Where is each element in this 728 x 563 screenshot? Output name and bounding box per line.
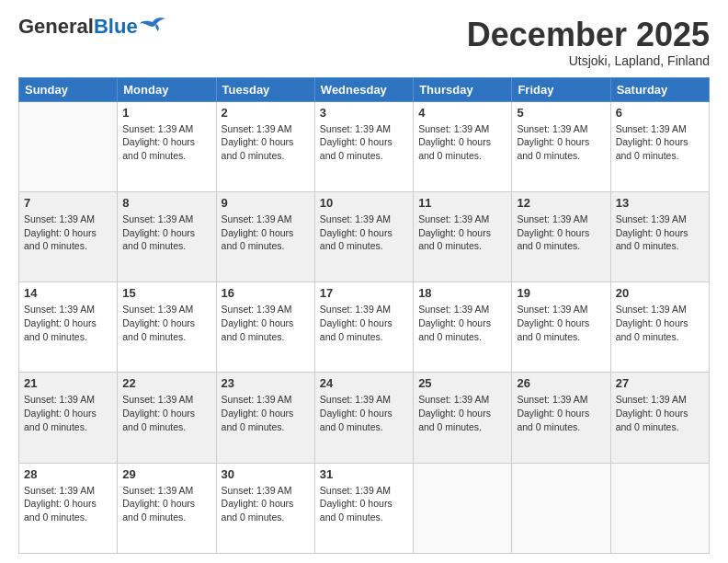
calendar-table: Sunday Monday Tuesday Wednesday Thursday…	[18, 77, 710, 554]
calendar-cell: 3Sunset: 1:39 AM Daylight: 0 hours and 0…	[314, 101, 413, 191]
calendar-cell: 21Sunset: 1:39 AM Daylight: 0 hours and …	[19, 373, 118, 463]
calendar-cell: 5Sunset: 1:39 AM Daylight: 0 hours and 0…	[512, 101, 610, 191]
day-number: 30	[222, 467, 310, 481]
day-info: Sunset: 1:39 AM Daylight: 0 hours and 0 …	[122, 303, 210, 343]
page: GeneralBlue December 2025 Utsjoki, Lapla…	[0, 0, 728, 563]
logo: GeneralBlue	[18, 17, 165, 37]
day-number: 1	[122, 106, 210, 120]
col-monday: Monday	[118, 77, 216, 101]
location: Utsjoki, Lapland, Finland	[467, 53, 710, 68]
day-number: 25	[418, 376, 506, 390]
calendar-cell: 15Sunset: 1:39 AM Daylight: 0 hours and …	[118, 282, 216, 373]
calendar-cell: 18Sunset: 1:39 AM Daylight: 0 hours and …	[414, 282, 512, 373]
day-number: 31	[320, 467, 408, 481]
calendar-cell: 8Sunset: 1:39 AM Daylight: 0 hours and 0…	[118, 191, 216, 282]
day-number: 2	[222, 106, 310, 120]
day-info: Sunset: 1:39 AM Daylight: 0 hours and 0 …	[418, 303, 506, 343]
calendar-cell	[19, 101, 118, 191]
day-number: 8	[122, 196, 210, 210]
calendar-cell: 22Sunset: 1:39 AM Daylight: 0 hours and …	[118, 373, 216, 463]
col-tuesday: Tuesday	[216, 77, 314, 101]
day-info: Sunset: 1:39 AM Daylight: 0 hours and 0 …	[24, 213, 112, 253]
calendar-week-row: 21Sunset: 1:39 AM Daylight: 0 hours and …	[19, 373, 710, 463]
day-number: 17	[320, 286, 408, 300]
day-info: Sunset: 1:39 AM Daylight: 0 hours and 0 …	[418, 213, 506, 253]
day-number: 10	[320, 196, 408, 210]
calendar-cell: 12Sunset: 1:39 AM Daylight: 0 hours and …	[512, 191, 610, 282]
day-number: 24	[320, 376, 408, 390]
day-number: 3	[320, 106, 408, 120]
day-info: Sunset: 1:39 AM Daylight: 0 hours and 0 …	[616, 303, 704, 343]
calendar-week-row: 14Sunset: 1:39 AM Daylight: 0 hours and …	[19, 282, 710, 373]
day-info: Sunset: 1:39 AM Daylight: 0 hours and 0 …	[320, 122, 408, 163]
calendar-cell: 31Sunset: 1:39 AM Daylight: 0 hours and …	[314, 463, 413, 553]
day-info: Sunset: 1:39 AM Daylight: 0 hours and 0 …	[418, 393, 506, 433]
logo-general: General	[18, 15, 94, 38]
day-info: Sunset: 1:39 AM Daylight: 0 hours and 0 …	[320, 213, 408, 253]
col-saturday: Saturday	[610, 77, 709, 101]
day-number: 5	[517, 106, 605, 120]
calendar-cell: 14Sunset: 1:39 AM Daylight: 0 hours and …	[19, 282, 118, 373]
calendar-cell: 13Sunset: 1:39 AM Daylight: 0 hours and …	[610, 191, 709, 282]
header: GeneralBlue December 2025 Utsjoki, Lapla…	[18, 17, 710, 68]
day-info: Sunset: 1:39 AM Daylight: 0 hours and 0 …	[24, 393, 112, 433]
day-info: Sunset: 1:39 AM Daylight: 0 hours and 0 …	[222, 122, 310, 163]
day-number: 14	[24, 286, 112, 300]
day-number: 22	[122, 376, 210, 390]
day-number: 9	[222, 196, 310, 210]
day-info: Sunset: 1:39 AM Daylight: 0 hours and 0 …	[122, 213, 210, 253]
day-info: Sunset: 1:39 AM Daylight: 0 hours and 0 …	[517, 393, 605, 433]
calendar-cell: 24Sunset: 1:39 AM Daylight: 0 hours and …	[314, 373, 413, 463]
calendar-cell: 11Sunset: 1:39 AM Daylight: 0 hours and …	[414, 191, 512, 282]
calendar-cell: 17Sunset: 1:39 AM Daylight: 0 hours and …	[314, 282, 413, 373]
day-number: 29	[122, 467, 210, 481]
day-info: Sunset: 1:39 AM Daylight: 0 hours and 0 …	[122, 122, 210, 163]
calendar-cell: 29Sunset: 1:39 AM Daylight: 0 hours and …	[118, 463, 216, 553]
calendar-cell	[610, 463, 709, 553]
day-info: Sunset: 1:39 AM Daylight: 0 hours and 0 …	[320, 393, 408, 433]
logo-blue: Blue	[94, 15, 138, 38]
col-friday: Friday	[512, 77, 610, 101]
day-number: 12	[517, 196, 605, 210]
calendar-cell: 16Sunset: 1:39 AM Daylight: 0 hours and …	[216, 282, 314, 373]
day-info: Sunset: 1:39 AM Daylight: 0 hours and 0 …	[222, 303, 310, 343]
col-sunday: Sunday	[19, 77, 118, 101]
calendar-cell: 30Sunset: 1:39 AM Daylight: 0 hours and …	[216, 463, 314, 553]
calendar-cell: 27Sunset: 1:39 AM Daylight: 0 hours and …	[610, 373, 709, 463]
calendar-cell: 9Sunset: 1:39 AM Daylight: 0 hours and 0…	[216, 191, 314, 282]
calendar-cell	[414, 463, 512, 553]
calendar-cell: 28Sunset: 1:39 AM Daylight: 0 hours and …	[19, 463, 118, 553]
calendar-cell: 7Sunset: 1:39 AM Daylight: 0 hours and 0…	[19, 191, 118, 282]
calendar-cell: 2Sunset: 1:39 AM Daylight: 0 hours and 0…	[216, 101, 314, 191]
calendar-week-row: 7Sunset: 1:39 AM Daylight: 0 hours and 0…	[19, 191, 710, 282]
col-thursday: Thursday	[414, 77, 512, 101]
day-info: Sunset: 1:39 AM Daylight: 0 hours and 0 …	[222, 393, 310, 433]
day-number: 20	[616, 286, 704, 300]
calendar-cell: 20Sunset: 1:39 AM Daylight: 0 hours and …	[610, 282, 709, 373]
day-info: Sunset: 1:39 AM Daylight: 0 hours and 0 …	[122, 484, 210, 524]
day-number: 27	[616, 376, 704, 390]
calendar-header-row: Sunday Monday Tuesday Wednesday Thursday…	[19, 77, 710, 101]
calendar-cell: 10Sunset: 1:39 AM Daylight: 0 hours and …	[314, 191, 413, 282]
day-number: 13	[616, 196, 704, 210]
day-info: Sunset: 1:39 AM Daylight: 0 hours and 0 …	[24, 303, 112, 343]
day-number: 16	[222, 286, 310, 300]
day-number: 26	[517, 376, 605, 390]
day-info: Sunset: 1:39 AM Daylight: 0 hours and 0 …	[517, 303, 605, 343]
calendar-cell: 1Sunset: 1:39 AM Daylight: 0 hours and 0…	[118, 101, 216, 191]
day-number: 23	[222, 376, 310, 390]
col-wednesday: Wednesday	[314, 77, 413, 101]
month-title: December 2025	[467, 17, 710, 53]
title-section: December 2025 Utsjoki, Lapland, Finland	[467, 17, 710, 68]
day-info: Sunset: 1:39 AM Daylight: 0 hours and 0 …	[222, 213, 310, 253]
day-info: Sunset: 1:39 AM Daylight: 0 hours and 0 …	[122, 393, 210, 433]
day-info: Sunset: 1:39 AM Daylight: 0 hours and 0 …	[24, 484, 112, 524]
day-number: 4	[418, 106, 506, 120]
day-number: 7	[24, 196, 112, 210]
day-info: Sunset: 1:39 AM Daylight: 0 hours and 0 …	[320, 303, 408, 343]
calendar-cell: 23Sunset: 1:39 AM Daylight: 0 hours and …	[216, 373, 314, 463]
calendar-cell: 25Sunset: 1:39 AM Daylight: 0 hours and …	[414, 373, 512, 463]
day-info: Sunset: 1:39 AM Daylight: 0 hours and 0 …	[418, 122, 506, 163]
day-number: 19	[517, 286, 605, 300]
day-info: Sunset: 1:39 AM Daylight: 0 hours and 0 …	[616, 213, 704, 253]
